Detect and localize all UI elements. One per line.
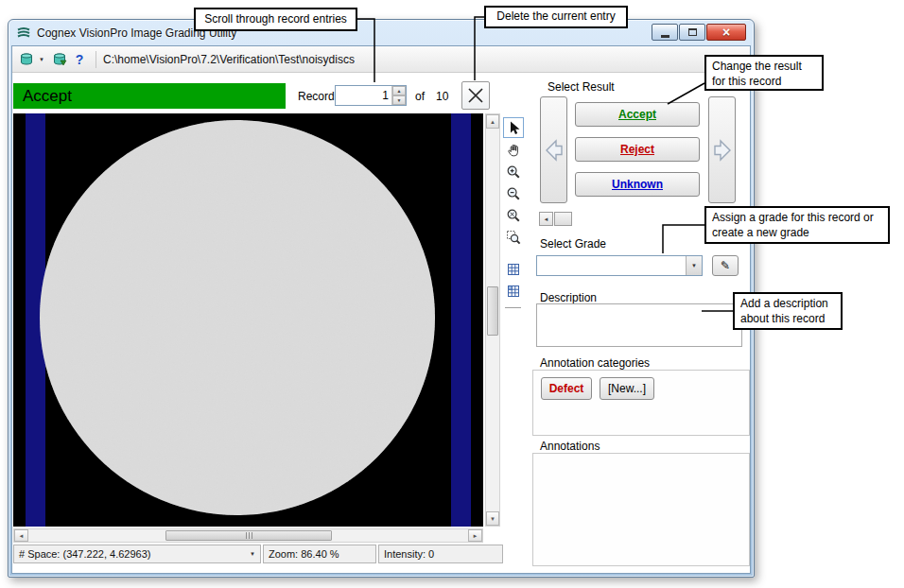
new-category-button[interactable]: [New...] — [600, 377, 654, 400]
callout-scroll-records: Scroll through record entries — [194, 8, 357, 31]
pan-tool-button[interactable] — [503, 140, 524, 161]
grid-icon — [506, 262, 521, 277]
thumb-grip — [246, 532, 247, 539]
status-intensity-text: Intensity: 0 — [384, 548, 434, 560]
grid-values-icon — [506, 284, 521, 299]
save-image-database-button[interactable] — [50, 50, 69, 69]
client-area: ▼ ? C:\home\VisionPro\7.2\Verification\T… — [11, 45, 751, 574]
spin-down-icon[interactable]: ▼ — [392, 95, 406, 105]
record-total: 10 — [436, 90, 448, 103]
vertical-scrollbar-thumb[interactable] — [487, 286, 498, 336]
annotation-categories-panel: Defect [New...] — [532, 370, 750, 436]
image-display[interactable] — [13, 113, 483, 527]
open-database-dropdown-icon[interactable]: ▼ — [37, 57, 46, 62]
description-label: Description — [540, 291, 597, 304]
accept-result-button[interactable]: Accept — [575, 102, 700, 127]
reject-result-button[interactable]: Reject — [575, 137, 700, 162]
record-label: Record — [298, 90, 335, 103]
database-path: C:\home\VisionPro\7.2\Verification\Test\… — [103, 53, 355, 66]
app-window: Cognex VisionPro Image Grading Utility ×… — [8, 19, 755, 578]
space-dropdown-icon[interactable]: ▼ — [244, 551, 255, 557]
close-icon: × — [722, 26, 730, 39]
arrow-right-icon — [713, 136, 732, 164]
horizontal-scrollbar[interactable]: ◄ ► — [13, 528, 483, 543]
arrow-left-icon — [545, 136, 564, 164]
callout-assign-grade: Assign a grade for this record or create… — [704, 206, 890, 244]
zoom-fit-icon — [506, 208, 521, 223]
database-save-icon — [52, 52, 67, 67]
next-record-button[interactable] — [708, 96, 736, 203]
status-zoom-panel: Zoom: 86.40 % — [263, 545, 376, 563]
toolbar-separator — [96, 51, 96, 68]
open-image-database-button[interactable] — [17, 50, 36, 69]
titlebar[interactable]: Cognex VisionPro Image Grading Utility × — [9, 20, 754, 45]
screenshot-canvas: Cognex VisionPro Image Grading Utility ×… — [0, 0, 904, 588]
zoom-in-tool-button[interactable] — [503, 162, 524, 182]
select-result-label: Select Result — [548, 80, 615, 94]
status-space-panel: # Space: (347.222, 4.62963) ▼ — [13, 545, 261, 563]
zoom-fit-tool-button[interactable] — [503, 205, 524, 226]
noisy-disc-image — [13, 113, 483, 527]
horizontal-scrollbar-thumb[interactable] — [165, 530, 332, 541]
annotations-list-panel — [532, 453, 750, 566]
callout-change-result: Change the result for this record — [704, 55, 824, 91]
minimize-icon — [661, 35, 669, 38]
zoom-out-icon — [506, 186, 521, 201]
scroll-right-icon[interactable]: ► — [468, 529, 482, 542]
scroll-down-icon[interactable]: ▼ — [486, 511, 499, 526]
zoom-in-icon — [506, 164, 521, 180]
unknown-result-button[interactable]: Unknown — [575, 172, 700, 197]
close-button[interactable]: × — [706, 24, 746, 41]
record-number-input[interactable] — [336, 86, 391, 105]
result-scroll-left-icon[interactable]: ◄ — [539, 212, 553, 226]
edit-grade-button[interactable]: ✎ — [712, 255, 739, 276]
delete-x-icon — [465, 85, 486, 106]
grade-dropdown-icon[interactable]: ▼ — [686, 256, 702, 275]
zoom-out-tool-button[interactable] — [503, 183, 524, 204]
callout-delete-entry: Delete the current entry — [484, 6, 628, 28]
minimize-button[interactable] — [652, 24, 678, 41]
annotations-label: Annotations — [540, 440, 600, 453]
scroll-left-icon[interactable]: ◄ — [14, 529, 28, 542]
pencil-icon: ✎ — [721, 259, 730, 272]
defect-category-button[interactable]: Defect — [541, 377, 592, 400]
description-input[interactable] — [536, 303, 742, 347]
status-space-text: # Space: (347.222, 4.62963) — [19, 548, 150, 560]
maximize-button[interactable] — [679, 24, 705, 41]
delete-record-button[interactable] — [461, 81, 490, 110]
help-icon[interactable]: ? — [72, 52, 87, 67]
result-banner: Accept — [13, 83, 286, 109]
hand-icon — [506, 143, 521, 158]
zoom-region-icon — [506, 230, 521, 245]
callout-add-description: Add a description about this record — [733, 292, 843, 330]
pixel-values-tool-button[interactable] — [503, 281, 524, 302]
pointer-tool-button[interactable] — [503, 117, 524, 138]
vertical-scrollbar[interactable]: ▲ ▼ — [485, 113, 500, 527]
of-label: of — [415, 90, 425, 103]
toolstrip-divider — [505, 307, 521, 308]
annotation-categories-label: Annotation categories — [540, 356, 650, 370]
grade-selected-value — [537, 256, 686, 275]
main-toolbar: ▼ ? C:\home\VisionPro\7.2\Verification\T… — [12, 46, 750, 73]
grade-combobox[interactable]: ▼ — [536, 255, 703, 276]
status-intensity-panel: Intensity: 0 — [378, 545, 503, 563]
window-controls: × — [652, 24, 746, 41]
record-spin-buttons: ▲ ▼ — [391, 86, 406, 105]
zoom-region-tool-button[interactable] — [503, 227, 524, 248]
select-grade-label: Select Grade — [540, 237, 606, 251]
pixel-grid-tool-button[interactable] — [503, 259, 524, 280]
scroll-up-icon[interactable]: ▲ — [486, 114, 499, 129]
spin-up-icon[interactable]: ▲ — [392, 86, 406, 95]
previous-record-button[interactable] — [540, 96, 567, 203]
database-icon — [19, 52, 34, 67]
app-icon — [16, 26, 31, 41]
record-spinner: ▲ ▼ — [335, 85, 407, 106]
result-scroll-thumb[interactable] — [554, 212, 572, 226]
thumb-grip — [249, 532, 250, 539]
status-zoom-text: Zoom: 86.40 % — [269, 548, 339, 560]
maximize-icon — [688, 28, 697, 36]
cursor-icon — [506, 120, 521, 135]
thumb-grip — [252, 532, 252, 539]
